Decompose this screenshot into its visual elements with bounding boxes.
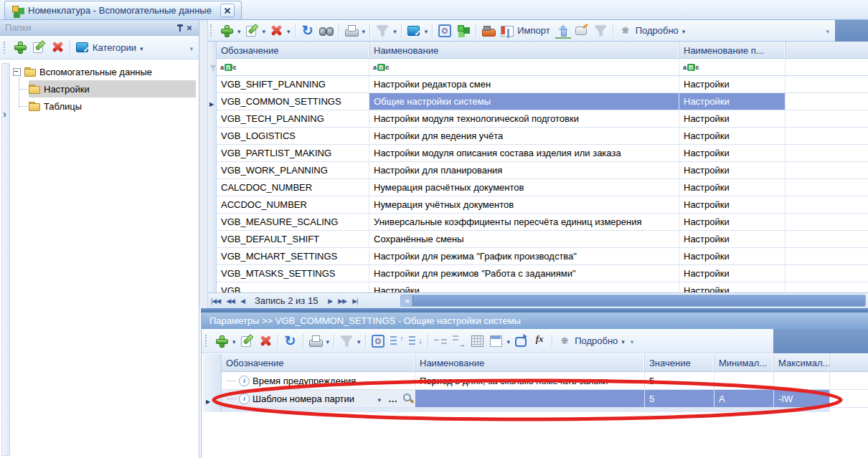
column-header[interactable]: Наименование п... xyxy=(679,42,786,58)
column-header[interactable]: Наименование xyxy=(369,42,679,58)
loop-button[interactable] xyxy=(511,333,530,350)
table-row[interactable]: VGB_TECH_PLANNINGНастройки модуля технол… xyxy=(217,110,868,128)
columns-dropdown-icon[interactable] xyxy=(507,335,511,346)
table-row[interactable]: VGB_MTASKS_SETTINGSНастройки для режимов… xyxy=(217,265,868,282)
pin-icon[interactable] xyxy=(175,23,185,33)
search-button[interactable] xyxy=(317,22,336,39)
table-row[interactable]: VGB_MEASURE_SCALINGУниверсальные коэффиц… xyxy=(217,214,868,231)
close-panel-icon[interactable] xyxy=(186,24,193,32)
filter-dropdown-icon[interactable] xyxy=(357,335,361,346)
grid-view-button[interactable] xyxy=(468,333,487,350)
categories-button[interactable]: Категории xyxy=(73,39,146,56)
print-params-button[interactable] xyxy=(306,333,325,350)
param-row-selected[interactable]: Шаблон номера партии 5 A -IW xyxy=(222,390,868,408)
columns-button[interactable] xyxy=(487,333,506,350)
delete-param-button[interactable] xyxy=(256,333,275,350)
prev-page-button[interactable] xyxy=(223,296,237,306)
delete-record-button[interactable] xyxy=(267,22,286,39)
expand-rows-button[interactable] xyxy=(387,333,406,350)
scrollbar-thumb[interactable] xyxy=(412,295,865,306)
print-dropdown-icon[interactable] xyxy=(362,25,366,36)
next-page-button[interactable] xyxy=(335,296,349,306)
refresh-params-button[interactable] xyxy=(281,333,300,350)
categories-view-button[interactable] xyxy=(405,22,423,39)
column-header[interactable]: Максимал... xyxy=(774,354,830,371)
table-row[interactable]: VGB_SHIFT_PLANNINGНастройки редактора см… xyxy=(217,76,868,93)
toolbar-overflow-icon[interactable] xyxy=(189,42,193,53)
param-row[interactable]: Время предупреждения Период в днях, за с… xyxy=(222,372,868,390)
filter-dropdown-icon[interactable] xyxy=(393,25,397,36)
column-header[interactable]: Значение xyxy=(645,354,714,371)
expand-strip-icon[interactable] xyxy=(3,108,6,120)
machine-button[interactable] xyxy=(479,22,498,39)
filter-params-button[interactable] xyxy=(337,333,356,350)
filter-cell[interactable] xyxy=(679,59,786,75)
edit-dropdown-icon[interactable] xyxy=(263,25,266,36)
print-dropdown-icon[interactable] xyxy=(326,335,330,346)
toolbar-overflow-icon[interactable] xyxy=(826,25,829,36)
column-header[interactable]: Минимал... xyxy=(714,354,774,371)
table-row[interactable]: VGB_PARTLIST_MAKINGНастройки модуля опис… xyxy=(217,145,868,162)
add-record-button[interactable] xyxy=(217,22,236,39)
detail-params-button[interactable]: Подробно xyxy=(555,333,628,350)
outdent-button[interactable] xyxy=(431,333,450,350)
prev-record-button[interactable] xyxy=(237,296,247,306)
tree-node-root[interactable]: Вспомогательные данные xyxy=(13,63,196,80)
next-record-button[interactable] xyxy=(325,296,335,306)
detail-button[interactable]: Подробно xyxy=(616,22,689,39)
table-row[interactable]: ACCDOC_NUMBERНумерация учётных документо… xyxy=(217,196,868,214)
document-tab[interactable]: Номенклатура - Вспомогательные данные xyxy=(4,1,242,19)
editor-dropdown-icon[interactable] xyxy=(376,393,382,404)
table-row[interactable]: VGB_LOGISTICSНастройки для ведения учёта… xyxy=(217,128,868,145)
collapse-rows-button[interactable] xyxy=(406,333,425,350)
modules-button[interactable] xyxy=(454,22,473,39)
column-header[interactable]: Обозначение xyxy=(222,354,415,371)
horizontal-scrollbar[interactable] xyxy=(400,295,866,307)
filter-secondary-button[interactable] xyxy=(591,22,610,39)
filter-cell[interactable] xyxy=(369,59,679,75)
table-row-clipped[interactable]: VGB_НастройкиНастройки xyxy=(217,282,868,292)
toolbar-overflow-icon[interactable] xyxy=(631,335,634,346)
toolbar-drag-handle[interactable] xyxy=(210,24,214,37)
import-button[interactable]: Импорт xyxy=(498,22,553,39)
table-row[interactable]: VGB_WORK_PLANNINGНастройки для планирова… xyxy=(217,162,868,179)
edit-folder-button[interactable] xyxy=(29,39,48,56)
tree-node-settings[interactable]: Настройки xyxy=(29,80,196,97)
add-dropdown-icon[interactable] xyxy=(232,335,236,346)
tab-close-button[interactable] xyxy=(220,4,235,17)
edit-record-button[interactable] xyxy=(242,22,261,39)
scroll-left-icon[interactable] xyxy=(401,295,412,306)
column-header[interactable]: Обозначение xyxy=(217,42,369,58)
param-editor[interactable]: Шаблон номера партии xyxy=(222,390,415,407)
first-record-button[interactable] xyxy=(208,296,223,306)
column-header[interactable]: Наименование xyxy=(415,354,645,371)
refresh-button[interactable] xyxy=(298,22,317,39)
print-button[interactable] xyxy=(342,22,361,39)
add-param-button[interactable] xyxy=(212,333,231,350)
edit-param-button[interactable] xyxy=(237,333,256,350)
toolbar-drag-handle[interactable] xyxy=(4,42,7,54)
table-row[interactable]: VGB_MCHART_SETTINGSНастройки для режима … xyxy=(217,248,868,265)
last-record-button[interactable] xyxy=(349,296,360,306)
panel-splitter[interactable] xyxy=(199,20,208,308)
collapse-icon[interactable] xyxy=(13,68,21,76)
table-row-selected[interactable]: VGB_COMMON_SETTINGSОбщие настройки систе… xyxy=(217,93,868,110)
editor-ellipsis-button[interactable] xyxy=(387,393,399,404)
tree-node-tables[interactable]: Таблицы xyxy=(29,97,196,115)
table-row[interactable]: CALCDOC_NUMBERНумерация расчётных докуме… xyxy=(217,179,868,196)
settings-window-button[interactable] xyxy=(435,22,454,39)
formula-button[interactable] xyxy=(530,333,549,350)
comment-edit-button[interactable] xyxy=(572,22,591,39)
add-folder-button[interactable] xyxy=(11,39,29,56)
filter-cell[interactable] xyxy=(217,59,369,75)
add-dropdown-icon[interactable] xyxy=(237,25,241,36)
table-row[interactable]: VGB_DEFAULT_SHIFTСохранённые сменыНастро… xyxy=(217,231,868,248)
toolbar-drag-handle[interactable] xyxy=(205,335,209,347)
settings-window-button[interactable] xyxy=(369,333,387,350)
filter-button[interactable] xyxy=(373,22,392,39)
categories-dropdown-icon[interactable] xyxy=(425,25,428,36)
delete-dropdown-icon[interactable] xyxy=(287,25,291,36)
delete-folder-button[interactable] xyxy=(48,39,67,56)
upload-button[interactable] xyxy=(554,22,572,39)
magnifier-icon[interactable] xyxy=(402,392,415,405)
